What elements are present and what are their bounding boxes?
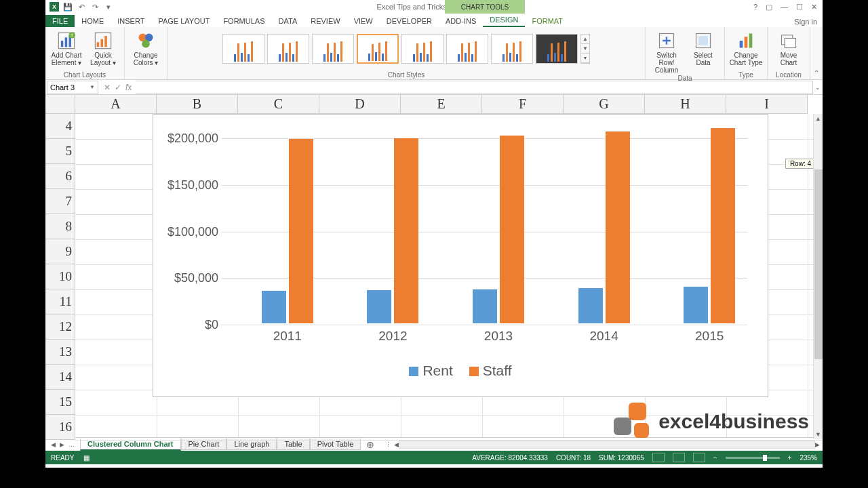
col-header-D[interactable]: D bbox=[319, 95, 401, 114]
select-data-button[interactable]: Select Data bbox=[686, 31, 720, 66]
row-header-10[interactable]: 10 bbox=[45, 264, 75, 289]
tab-design[interactable]: DESIGN bbox=[483, 14, 525, 27]
row-header-13[interactable]: 13 bbox=[45, 340, 75, 365]
tab-home[interactable]: HOME bbox=[75, 15, 111, 27]
col-header-F[interactable]: F bbox=[482, 95, 564, 114]
col-header-I[interactable]: I bbox=[726, 95, 808, 114]
bar-rent[interactable] bbox=[367, 290, 391, 323]
row-header-14[interactable]: 14 bbox=[45, 365, 75, 390]
enter-icon[interactable]: ✓ bbox=[115, 83, 121, 92]
horizontal-scrollbar[interactable]: ⋮ ◀ ▶ bbox=[380, 441, 823, 449]
sheet-nav-prev-icon[interactable]: ◀ bbox=[51, 441, 56, 448]
scroll-thumb[interactable] bbox=[814, 169, 823, 359]
formula-input[interactable] bbox=[136, 81, 813, 94]
view-normal-icon[interactable] bbox=[652, 453, 665, 462]
row-header-12[interactable]: 12 bbox=[45, 314, 75, 340]
chart-style-2[interactable] bbox=[267, 34, 309, 64]
bar-rent[interactable] bbox=[262, 291, 286, 323]
row-header-4[interactable]: 4 bbox=[45, 114, 75, 139]
undo-icon[interactable]: ↶ bbox=[77, 2, 86, 12]
chart-style-4-selected[interactable] bbox=[357, 34, 399, 64]
quick-layout-button[interactable]: Quick Layout ▾ bbox=[86, 31, 120, 66]
tab-insert[interactable]: INSERT bbox=[111, 15, 151, 27]
chart-styles-gallery[interactable]: ▲▼▾ bbox=[220, 31, 593, 66]
zoom-out-icon[interactable]: − bbox=[713, 454, 717, 462]
sheet-nav-more-icon[interactable]: … bbox=[68, 441, 75, 448]
col-header-G[interactable]: G bbox=[564, 95, 645, 114]
row-header-9[interactable]: 9 bbox=[45, 239, 75, 264]
bar-staff[interactable] bbox=[394, 138, 418, 323]
select-all-corner[interactable] bbox=[45, 95, 75, 114]
ribbon-display-icon[interactable]: ▢ bbox=[766, 3, 772, 12]
close-icon[interactable]: ✕ bbox=[811, 3, 817, 12]
scroll-up-icon[interactable]: ▲ bbox=[814, 114, 823, 123]
macro-record-icon[interactable]: ▦ bbox=[83, 454, 90, 462]
qat-dropdown-icon[interactable]: ▾ bbox=[104, 2, 113, 12]
bar-staff[interactable] bbox=[500, 136, 524, 323]
chart-style-7[interactable] bbox=[491, 34, 533, 64]
svg-point-12 bbox=[142, 40, 150, 48]
sheet-nav-next-icon[interactable]: ▶ bbox=[60, 441, 64, 448]
zoom-slider[interactable] bbox=[726, 457, 780, 459]
cancel-icon[interactable]: ✕ bbox=[104, 83, 111, 92]
row-header-11[interactable]: 11 bbox=[45, 289, 75, 314]
minimize-icon[interactable]: — bbox=[781, 3, 788, 12]
collapse-ribbon-icon[interactable]: ⌃ bbox=[810, 27, 823, 79]
col-header-H[interactable]: H bbox=[645, 95, 726, 114]
fx-icon[interactable]: fx bbox=[125, 83, 132, 92]
change-chart-type-button[interactable]: Change Chart Type bbox=[729, 31, 763, 66]
view-page-break-icon[interactable] bbox=[693, 453, 705, 462]
style-gallery-scroll[interactable]: ▲▼▾ bbox=[580, 34, 590, 64]
bar-rent[interactable] bbox=[578, 288, 603, 323]
scroll-down-icon[interactable]: ▼ bbox=[814, 430, 823, 439]
bar-staff[interactable] bbox=[711, 128, 735, 323]
chart-style-6[interactable] bbox=[446, 34, 488, 64]
zoom-level[interactable]: 235% bbox=[800, 454, 817, 462]
name-box-dropdown-icon[interactable]: ▼ bbox=[90, 84, 95, 90]
chart-style-8[interactable] bbox=[536, 34, 578, 64]
sheet-tab-bar: ◀ ▶ … Clustered Column Chart Pie Chart L… bbox=[45, 437, 823, 451]
chart-style-1[interactable] bbox=[222, 34, 264, 64]
bar-staff[interactable] bbox=[289, 139, 313, 323]
maximize-icon[interactable]: ☐ bbox=[796, 3, 803, 12]
bar-rent[interactable] bbox=[684, 287, 708, 323]
y-tick: $50,000 bbox=[174, 271, 218, 285]
row-header-15[interactable]: 15 bbox=[45, 390, 75, 415]
col-header-E[interactable]: E bbox=[401, 95, 482, 114]
row-header-6[interactable]: 6 bbox=[45, 164, 75, 189]
tab-developer[interactable]: DEVELOPER bbox=[380, 15, 439, 27]
row-header-16[interactable]: 16 bbox=[45, 415, 75, 440]
bar-rent[interactable] bbox=[473, 289, 497, 323]
col-header-A[interactable]: A bbox=[75, 95, 157, 114]
col-header-C[interactable]: C bbox=[238, 95, 319, 114]
vertical-scrollbar[interactable]: ▲ ▼ bbox=[813, 114, 823, 439]
sign-in-link[interactable]: Sign in bbox=[789, 16, 823, 27]
tab-formulas[interactable]: FORMULAS bbox=[216, 15, 271, 27]
bar-staff[interactable] bbox=[606, 131, 630, 323]
tab-addins[interactable]: ADD-INS bbox=[439, 15, 483, 27]
embedded-chart[interactable]: Rent Staff $0$50,000$100,000$150,000$200… bbox=[153, 114, 768, 397]
help-icon[interactable]: ? bbox=[753, 3, 757, 12]
tab-page-layout[interactable]: PAGE LAYOUT bbox=[151, 15, 216, 27]
tab-file[interactable]: FILE bbox=[45, 15, 75, 27]
zoom-in-icon[interactable]: + bbox=[788, 454, 792, 462]
tab-view[interactable]: VIEW bbox=[347, 15, 380, 27]
move-chart-button[interactable]: Move Chart bbox=[772, 31, 806, 66]
col-header-B[interactable]: B bbox=[157, 95, 238, 114]
tab-data[interactable]: DATA bbox=[272, 15, 304, 27]
view-page-layout-icon[interactable] bbox=[673, 453, 685, 462]
redo-icon[interactable]: ↷ bbox=[90, 2, 100, 12]
add-chart-element-button[interactable]: + Add Chart Element ▾ bbox=[50, 31, 83, 66]
save-icon[interactable]: 💾 bbox=[63, 2, 73, 12]
row-header-8[interactable]: 8 bbox=[45, 214, 75, 239]
formula-bar-expand-icon[interactable]: ⌄ bbox=[813, 84, 823, 91]
row-header-5[interactable]: 5 bbox=[45, 139, 75, 164]
chart-style-3[interactable] bbox=[312, 34, 354, 64]
change-colors-button[interactable]: Change Colors ▾ bbox=[129, 31, 163, 66]
row-header-7[interactable]: 7 bbox=[45, 189, 75, 214]
tab-format[interactable]: FORMAT bbox=[525, 15, 570, 27]
name-box[interactable]: Chart 3 ▼ bbox=[47, 81, 98, 94]
chart-style-5[interactable] bbox=[401, 34, 443, 64]
tab-review[interactable]: REVIEW bbox=[304, 15, 347, 27]
switch-row-column-button[interactable]: Switch Row/ Column bbox=[650, 31, 684, 74]
